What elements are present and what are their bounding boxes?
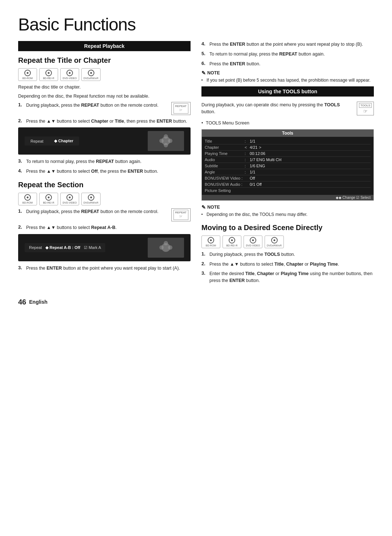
- disc-circle2: [45, 194, 52, 201]
- tools-row-playing-time: Playing Time : 00:12:06: [205, 151, 371, 157]
- svg-point-4: [168, 139, 172, 143]
- disc-icon-bdrer2: BD-RE/-R: [39, 193, 58, 205]
- disc-circle3: [208, 237, 214, 244]
- svg-point-5: [164, 143, 168, 147]
- note-heading-1: ✎ NOTE: [201, 70, 374, 76]
- tools-body: During playback, you can operate disc me…: [201, 102, 354, 115]
- moving-step-1: 1. During playback, press the TOOLS butt…: [201, 251, 374, 258]
- step-4-title: 4. Press the ▲▼ buttons to select Off, t…: [18, 168, 191, 175]
- step-4-right: 4. Press the ENTER button at the point w…: [201, 41, 374, 48]
- tools-screen-body: Title : 1/1 Chapter < 4/21 > Playing Tim…: [202, 137, 373, 195]
- tools-menu-screen-label: TOOLS Menu Screen: [201, 120, 374, 126]
- tools-row-picture: Picture Setting: [205, 188, 371, 193]
- step-1-title: 1. During playback, press the REPEAT but…: [18, 102, 191, 115]
- repeat-body1: Repeat the disc title or chapter.: [18, 84, 191, 91]
- tools-row-subtitle: Subtitle : 1/6 ENG: [205, 163, 371, 169]
- repeat-button-icon2: REPEAT☞: [171, 208, 191, 221]
- disc-icon-bdrer3: BD-RE/-R: [222, 236, 241, 248]
- svg-point-10: [168, 245, 172, 250]
- tools-row-bonusview-audio: BONUSVIEW Audio : 0/1 Off: [205, 181, 371, 188]
- repeat-section-heading: Repeat the Section: [18, 181, 191, 189]
- tools-row-chapter: Chapter < 4/21 >: [205, 144, 371, 151]
- note-item-2: Depending on the disc, the TOOLS menu ma…: [201, 211, 374, 218]
- note-block-1: ✎ NOTE If you set point (B) before 5 sec…: [201, 70, 374, 83]
- moving-heading: Moving to a Desired Scene Directly: [201, 224, 374, 232]
- tools-row-audio: Audio : 1/7 ENG Multi CH: [205, 157, 371, 163]
- note-pencil-icon: ✎: [201, 70, 206, 76]
- disc-icon-dvdvideo3: DVD-VIDEO: [244, 236, 262, 248]
- tools-button-icon: TOOLS ☞: [357, 102, 374, 115]
- tools-banner: Using the TOOLS button: [201, 86, 374, 97]
- svg-point-3: [159, 139, 164, 143]
- repeat-title-chapter-heading: Repeat the Title or Chapter: [18, 56, 191, 65]
- disc-icon-dvdrw: DVD±RW/±R: [81, 68, 101, 81]
- disc-icon-dvdrw3: DVD±RW/±R: [265, 236, 284, 248]
- repeat-ab-screen: Repeat ◆ Repeat A-B : Off ☑ Mark A: [18, 234, 191, 261]
- disc-circle3: [271, 237, 278, 244]
- page-footer: 46 English: [18, 298, 374, 306]
- disc-icons-section: BD-ROM BD-RE/-R DVD-VIDEO DVD±RW/±R: [18, 193, 191, 205]
- svg-point-2: [164, 134, 168, 139]
- tools-row-angle: Angle : 1/1: [205, 169, 371, 175]
- moving-step-2: 2. Press the ▲▼ buttons to select Title,…: [201, 261, 374, 268]
- tools-footer: ◆◆ Change ☑ Select: [202, 195, 373, 200]
- tools-screen: Tools Title : 1/1 Chapter < 4/21 > Playi…: [201, 129, 374, 201]
- section-step-1: 1. During playback, press the REPEAT but…: [18, 208, 191, 221]
- disc-circle: [66, 70, 73, 76]
- disc-icons-title: BD-ROM BD-RE/-R DVD-VIDEO DVD±RW/±R: [18, 68, 191, 81]
- step-2-title: 2. Press the ▲▼ buttons to select Chapte…: [18, 118, 191, 125]
- svg-point-9: [159, 245, 164, 250]
- section-step-2: 2. Press the ▲▼ buttons to select Repeat…: [18, 224, 191, 231]
- right-column: 4. Press the ENTER button at the point w…: [201, 41, 374, 287]
- note-heading-2: ✎ NOTE: [201, 204, 374, 210]
- moving-step-3: 3. Enter the desired Title, Chapter or P…: [201, 270, 374, 284]
- step-3-title: 3. To return to normal play, press the R…: [18, 158, 191, 165]
- page-title: Basic Functions: [18, 15, 374, 34]
- repeat-playback-banner: Repeat Playback: [18, 41, 191, 51]
- disc-circle: [45, 70, 52, 76]
- left-column: Repeat Playback Repeat the Title or Chap…: [18, 41, 191, 287]
- disc-circle2: [66, 194, 73, 201]
- disc-circle: [24, 70, 31, 76]
- step-6-right: 6. Press the ENTER button.: [201, 61, 374, 67]
- disc-icon-bdrer: BD-RE/-R: [39, 68, 58, 81]
- svg-point-8: [164, 241, 168, 245]
- repeat-button-icon: REPEAT☞: [171, 102, 191, 115]
- disc-icon-dvdvideo: DVD-VIDEO: [60, 68, 79, 81]
- note-block-2: ✎ NOTE Depending on the disc, the TOOLS …: [201, 204, 374, 218]
- disc-icon-bdrom2: BD-ROM: [18, 193, 37, 205]
- page-language: English: [29, 299, 48, 305]
- repeat-body2: Depending on the disc, the Repeat functi…: [18, 93, 191, 100]
- step-5-right: 5. To return to normal play, press the R…: [201, 51, 374, 58]
- disc-circle3: [229, 237, 235, 244]
- disc-circle: [88, 70, 94, 76]
- disc-icon-bdrom: BD-ROM: [18, 68, 37, 81]
- disc-icon-bdrom3: BD-ROM: [201, 236, 220, 248]
- tools-row-title: Title : 1/1: [205, 138, 371, 144]
- disc-icons-moving: BD-ROM BD-RE/-R DVD-VIDEO DVD±RW/±R: [201, 236, 374, 248]
- tools-screen-header: Tools: [202, 130, 373, 137]
- section-step-3: 3. Press the ENTER button at the point w…: [18, 265, 191, 272]
- note-pencil-icon2: ✎: [201, 204, 206, 210]
- tools-row-bonusview-video: BONUSVIEW Video : Off: [205, 175, 371, 181]
- disc-circle2: [24, 194, 31, 201]
- note-item-1: If you set point (B) before 5 seconds ha…: [201, 77, 374, 83]
- repeat-chapter-screen: Repeat ◆ Chapter: [18, 127, 191, 155]
- disc-icon-dvdvideo2: DVD-VIDEO: [60, 193, 79, 205]
- page-number: 46: [18, 298, 26, 306]
- disc-circle2: [88, 194, 94, 201]
- disc-icon-dvdrw2: DVD±RW/±R: [81, 193, 101, 205]
- disc-circle3: [250, 237, 256, 244]
